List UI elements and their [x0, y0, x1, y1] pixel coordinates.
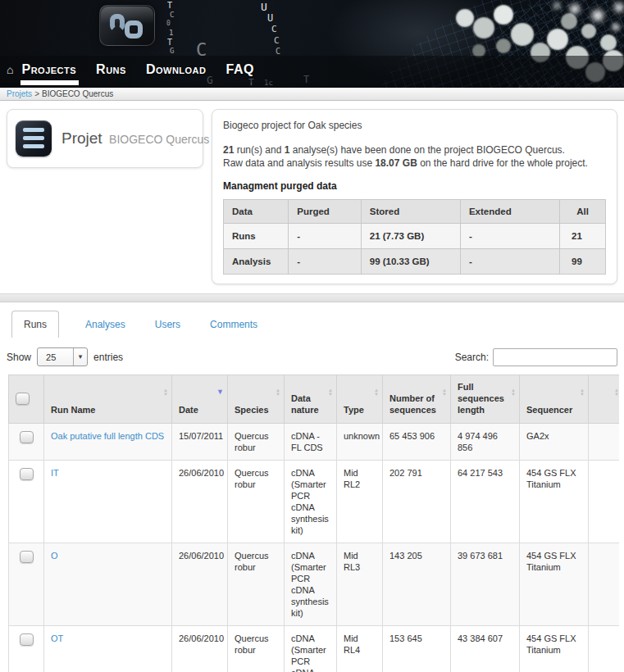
tab-items: RunsAnalysesUsersComments [7, 311, 284, 338]
mgmt-col-extended: Extended [460, 200, 559, 224]
column-label: Sequencer [526, 405, 572, 415]
nav-item-projects[interactable]: Projects [21, 62, 76, 77]
tab-bar: RunsAnalysesUsersComments [7, 311, 617, 338]
project-title-prefix: Projet [61, 129, 102, 147]
breadcrumb-separator: > [34, 89, 39, 98]
mgmt-cell: 21 (7.73 GB) [361, 224, 460, 249]
column-header-species[interactable]: Species▲▼ [228, 375, 285, 424]
sequence-letter: U [267, 12, 273, 24]
sort-both-icon[interactable]: ▲▼ [580, 388, 585, 397]
sequence-letter: 1 [169, 29, 173, 37]
mgmt-col-stored: Stored [361, 200, 460, 224]
row-checkbox[interactable] [20, 633, 34, 646]
column-header-date[interactable]: Date▼ [172, 375, 228, 424]
sequence-letter: U [261, 1, 267, 13]
nav-item-download[interactable]: Download [146, 62, 207, 77]
bokeh-spheres [0, 0, 5, 5]
nav-item-faq[interactable]: FAQ [226, 62, 254, 77]
column-label: Species [235, 405, 269, 415]
column-label: Type [344, 405, 364, 415]
project-overview-section: Projet BIOGECO Quercus Biogeco project f… [0, 101, 624, 284]
select-all-checkbox[interactable] [16, 393, 30, 405]
column-header-blank[interactable]: ▲▼ [589, 375, 620, 424]
column-header-type[interactable]: Type▲▼ [337, 375, 383, 424]
tab-comments[interactable]: Comments [207, 311, 261, 338]
mgmt-cell: 21 [560, 224, 606, 249]
logo-glyph [110, 14, 125, 32]
tab-users[interactable]: Users [152, 311, 184, 338]
sort-both-icon[interactable]: ▲▼ [163, 388, 168, 397]
sequence-letter: C [271, 24, 277, 34]
column-header-number-of-sequences[interactable]: Number of sequences▲▼ [383, 375, 451, 424]
data-nature-cell: cDNA (Smarter PCR cDNA synthesis kit) [285, 461, 337, 543]
select-all-header[interactable] [9, 375, 44, 424]
nav-item-runs[interactable]: Runs [96, 62, 126, 77]
full-sequences-length-cell: 64 217 543 [451, 461, 520, 543]
sort-both-icon[interactable]: ▲▼ [328, 388, 333, 397]
breadcrumb-current: BIOGECO Quercus [42, 89, 113, 98]
sort-desc-icon[interactable]: ▼ [216, 388, 224, 396]
search-group: Search: [455, 348, 617, 366]
mgmt-col-data: Data [224, 200, 289, 224]
run-name-link[interactable]: O [51, 551, 58, 561]
sort-both-icon[interactable]: ▲▼ [511, 388, 516, 397]
species-cell: Quercus robur [228, 461, 285, 543]
main-nav-items: ProjectsRunsDownloadFAQ [21, 62, 273, 77]
sequencer-cell: 454 GS FLX Titanium [520, 543, 589, 626]
data-nature-cell: cDNA (Smarter PCR cDNA synthesis kit) [285, 626, 337, 672]
column-label: Full sequences length [458, 382, 504, 415]
main-nav: ⌂ ProjectsRunsDownloadFAQ [0, 56, 624, 83]
sort-both-icon[interactable]: ▲▼ [374, 388, 379, 397]
number-of-sequences-cell: 65 453 906 [383, 424, 451, 461]
ng6-logo[interactable] [99, 5, 155, 46]
purged-data-table: DataPurgedStoredExtendedAll Runs-21 (7.7… [223, 199, 606, 275]
table-row: OT26/06/2010Quercus roburcDNA (Smarter P… [9, 626, 620, 672]
empty-cell [589, 461, 620, 543]
tab-runs[interactable]: Runs [11, 311, 59, 338]
row-checkbox[interactable] [20, 468, 34, 480]
row-select-cell [9, 424, 44, 461]
section-divider [0, 293, 624, 302]
row-checkbox[interactable] [20, 551, 34, 563]
date-cell: 26/06/2010 [172, 461, 228, 543]
column-header-sequencer[interactable]: Sequencer▲▼ [520, 375, 589, 424]
tab-analyses[interactable]: Analyses [82, 311, 129, 338]
run-name-link[interactable]: IT [51, 468, 59, 478]
runs-table: Run Name▲▼Date▼Species▲▼Data nature▲▼Typ… [8, 375, 619, 672]
run-name-link[interactable]: Oak putative full length CDS [51, 431, 164, 441]
column-header-full-sequences-length[interactable]: Full sequences length▲▼ [451, 375, 520, 424]
date-cell: 26/06/2010 [172, 626, 228, 672]
sequence-letter: T [167, 1, 172, 10]
row-select-cell [9, 543, 44, 626]
sort-both-icon[interactable]: ▲▼ [276, 388, 280, 397]
search-input[interactable] [493, 348, 617, 366]
page-size-select[interactable]: 25 [38, 348, 87, 366]
table-row: Oak putative full length CDS15/07/2011Qu… [9, 424, 620, 461]
table-row: O26/06/2010Quercus roburcDNA (Smarter PC… [9, 543, 620, 626]
project-description: Biogeco project for Oak species [223, 119, 606, 132]
number-of-sequences-cell: 153 645 [383, 626, 451, 672]
mgmt-cell: - [460, 249, 559, 275]
column-header-run-name[interactable]: Run Name▲▼ [44, 375, 172, 424]
sequence-letter: C [170, 11, 174, 19]
storage-line: Raw data and analysis results use 18.07 … [223, 157, 606, 170]
row-select-cell [9, 626, 44, 672]
breadcrumb-projects-link[interactable]: Projets [7, 89, 32, 98]
mgmt-col-all: All [560, 200, 606, 224]
sort-both-icon[interactable]: ▲▼ [614, 388, 619, 397]
mgmt-cell: Analysis [224, 249, 289, 275]
sequence-letter: G [170, 47, 174, 55]
sort-both-icon[interactable]: ▲▼ [442, 388, 447, 397]
home-icon[interactable]: ⌂ [7, 64, 13, 75]
empty-cell [589, 626, 620, 672]
project-summary-card: Biogeco project for Oak species 21 run(s… [212, 109, 617, 284]
run-name-link[interactable]: OT [51, 633, 63, 643]
project-stats-line: 21 run(s) and 1 analyse(s) have been don… [223, 143, 606, 157]
mgmt-cell: 99 (10.33 GB) [361, 249, 460, 275]
number-of-sequences-cell: 143 205 [383, 543, 451, 626]
column-header-data-nature[interactable]: Data nature▲▼ [285, 375, 337, 424]
sequence-letter: 0 [166, 20, 171, 27]
column-label: Date [179, 405, 198, 415]
row-checkbox[interactable] [20, 431, 34, 443]
type-cell: Mid RL3 [337, 543, 383, 626]
